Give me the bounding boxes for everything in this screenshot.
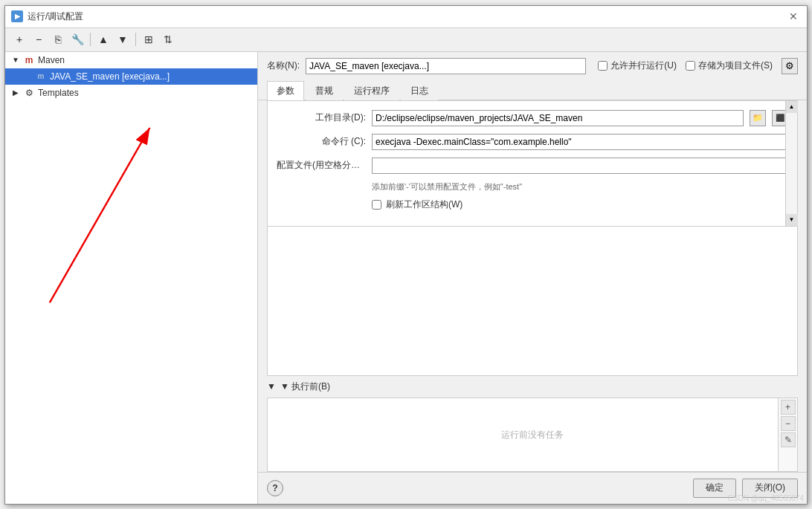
working-dir-input[interactable]	[372, 110, 744, 126]
tree-item-label-3: Templates	[38, 88, 79, 98]
maven-icon-2: m	[35, 71, 47, 82]
working-dir-label: 工作目录(D):	[277, 111, 366, 124]
add-config-button[interactable]: +	[11, 31, 28, 48]
tree-item-maven[interactable]: ▼ m Maven	[5, 52, 257, 68]
svg-line-1	[50, 128, 150, 302]
footer-left: ?	[267, 480, 283, 496]
copy-config-button[interactable]: ⎘	[50, 31, 66, 48]
before-exec-edit-button[interactable]: ✎	[781, 432, 796, 447]
dialog-icon: ▶	[11, 10, 23, 22]
content-area: ▼ m Maven m JAVA_SE_maven [execjava...] …	[5, 52, 807, 504]
run-debug-dialog: ▶ 运行/调试配置 ✕ + − ⎘ 🔧 ▲ ▼ ⊞ ⇅ ▼ m Maven	[4, 5, 808, 505]
title-bar: ▶ 运行/调试配置 ✕	[5, 6, 807, 28]
toolbar-separator	[90, 33, 91, 46]
refresh-checkbox-label[interactable]: 刷新工作区结构(W)	[386, 198, 463, 211]
toolbar: + − ⎘ 🔧 ▲ ▼ ⊞ ⇅	[5, 28, 807, 52]
working-dir-row: 工作目录(D): 📁 ⬛	[277, 110, 788, 126]
working-dir-browse-button[interactable]: 📁	[750, 110, 766, 126]
tree-item-label-2: JAVA_SE_maven [execjava...]	[50, 71, 170, 82]
before-exec-remove-button[interactable]: −	[781, 416, 796, 431]
blank-area	[267, 227, 798, 376]
before-exec-collapse-icon: ▼	[267, 381, 276, 392]
right-panel: 名称(N): 允许并行运行(U) 存储为项目文件(S) ⚙ 参数	[258, 52, 807, 504]
project-file-checkbox[interactable]	[686, 61, 695, 71]
move-up-button[interactable]: ▲	[95, 31, 112, 48]
command-input[interactable]	[372, 134, 788, 150]
close-button[interactable]: 关闭(O)	[742, 479, 798, 498]
before-exec-label: ▼ 执行前(B)	[279, 380, 330, 393]
maven-icon: m	[23, 54, 35, 66]
config-row: 配置文件(用空格分隔...	[277, 158, 788, 174]
config-input[interactable]	[372, 158, 788, 174]
tabs-bar: 参数 普规 运行程序 日志	[258, 80, 807, 100]
settings-gear-button[interactable]: ⚙	[782, 58, 798, 74]
before-exec-section: ▼ ▼ 执行前(B) 运行前没有任务 + − ✎	[258, 376, 807, 472]
tree-item-java-se-maven[interactable]: m JAVA_SE_maven [execjava...]	[5, 68, 257, 85]
tree-item-label: Maven	[38, 55, 65, 65]
dialog-title: 运行/调试配置	[28, 10, 83, 23]
refresh-checkbox[interactable]	[372, 200, 381, 210]
expand-icon-2	[23, 72, 32, 81]
parallel-run-checkbox-label[interactable]: 允许并行运行(U)	[598, 59, 677, 72]
tab-params[interactable]: 参数	[267, 81, 304, 100]
project-file-checkbox-label[interactable]: 存储为项目文件(S)	[686, 59, 773, 72]
annotation-arrow	[5, 52, 257, 504]
before-exec-empty-text: 运行前没有任务	[501, 428, 564, 441]
before-exec-toolbar: + − ✎	[778, 398, 797, 471]
before-exec-header[interactable]: ▼ ▼ 执行前(B)	[267, 376, 798, 398]
before-exec-add-button[interactable]: +	[781, 400, 796, 415]
wrench-config-button[interactable]: 🔧	[69, 31, 86, 48]
parallel-run-checkbox[interactable]	[598, 61, 608, 71]
form-scrollbar[interactable]: ▲ ▼	[785, 101, 797, 226]
toolbar-separator-2	[135, 33, 136, 46]
confirm-button[interactable]: 确定	[693, 479, 736, 498]
scroll-up-button[interactable]: ▲	[786, 101, 798, 113]
tab-general[interactable]: 普规	[306, 81, 343, 100]
refresh-checkbox-row: 刷新工作区结构(W)	[372, 198, 788, 211]
tree-item-templates[interactable]: ▶ ⚙ Templates	[5, 85, 257, 101]
footer: ? 确定 关闭(O)	[258, 472, 807, 504]
remove-config-button[interactable]: −	[30, 31, 47, 48]
top-right-options: 允许并行运行(U) 存储为项目文件(S) ⚙	[598, 58, 798, 74]
expand-icon-3: ▶	[11, 88, 20, 97]
filter-button[interactable]: ⊞	[141, 31, 157, 48]
scroll-down-button[interactable]: ▼	[786, 214, 798, 226]
move-down-button[interactable]: ▼	[115, 31, 131, 48]
expand-icon: ▼	[11, 56, 20, 65]
sort-button[interactable]: ⇅	[160, 31, 176, 48]
name-row: 名称(N): 允许并行运行(U) 存储为项目文件(S) ⚙	[258, 52, 807, 80]
close-window-button[interactable]: ✕	[786, 9, 801, 24]
name-input[interactable]	[306, 58, 586, 74]
config-label: 配置文件(用空格分隔...	[277, 159, 366, 172]
help-button[interactable]: ?	[267, 480, 283, 496]
title-bar-left: ▶ 运行/调试配置	[11, 10, 83, 23]
form-area: 工作目录(D): 📁 ⬛ 命令行 (C): 配置文件(用空格分隔... 添加前缀…	[267, 100, 798, 227]
hint-text: 添加前缀'-'可以禁用配置文件，例如"-test"	[372, 181, 788, 192]
wrench-icon: ⚙	[23, 87, 35, 99]
command-label: 命令行 (C):	[277, 135, 366, 148]
tab-logs[interactable]: 日志	[401, 81, 438, 100]
command-row: 命令行 (C):	[277, 134, 788, 150]
before-exec-body: 运行前没有任务 + − ✎	[267, 398, 798, 472]
name-label: 名称(N):	[267, 59, 300, 72]
tab-runner[interactable]: 运行程序	[344, 81, 399, 100]
left-panel: ▼ m Maven m JAVA_SE_maven [execjava...] …	[5, 52, 258, 504]
